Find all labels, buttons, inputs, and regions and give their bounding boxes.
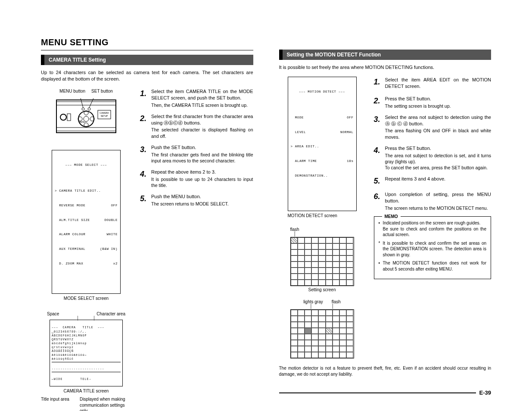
- disclaimer: The motion detector is not a feature to …: [279, 365, 492, 377]
- control-panel-icon: CAMERA SETUP MENU: [54, 95, 118, 138]
- svg-text:MENU: MENU: [79, 121, 85, 123]
- left-steps-column: 1. Select the item CAMERA TITLE on the M…: [140, 88, 253, 411]
- section-motion-detect: Setting the MOTION DETECT Function: [279, 50, 492, 60]
- page-left: MENU SETTING CAMERA TITLE Setting Up to …: [41, 37, 253, 411]
- label-title-input-area: Title input area: [41, 396, 71, 411]
- svg-point-15: [88, 108, 90, 110]
- caption-setting-screen: Setting screen: [279, 287, 365, 293]
- label-lights-gray: lights gray: [303, 299, 323, 305]
- step-1-right: 1. Select the item AREA EDIT on the MOTI…: [374, 77, 492, 90]
- title-rule: [41, 50, 253, 50]
- intro-right: It is possible to set freely the area wh…: [279, 64, 492, 71]
- step-2-left: 2. Select the first character from the c…: [140, 113, 253, 139]
- label-char-area: Character area: [96, 311, 125, 317]
- label-set-button: SET button: [91, 88, 113, 94]
- intro-left: Up to 24 characters can be selected as c…: [41, 69, 253, 82]
- step-4-left: 4. Repeat the above items 2 to 3.It is p…: [140, 169, 253, 188]
- memo-item-1: Indicated positions on the screen are ro…: [379, 220, 487, 238]
- right-steps-column: 1. Select the item AREA EDIT on the MOTI…: [374, 77, 492, 359]
- caption-mode-select: MODE SELECT screen: [41, 296, 131, 302]
- page-number-right: E-39: [479, 389, 491, 397]
- svg-point-3: [60, 114, 66, 120]
- label-space: Space: [47, 311, 59, 317]
- memo-box: MEMO Indicated positions on the screen a…: [374, 216, 492, 279]
- main-title: MENU SETTING: [41, 37, 253, 48]
- svg-point-5: [78, 111, 94, 127]
- left-figures-column: MENU button SET button CAMERA SETUP: [41, 88, 131, 411]
- memo-item-3: The MOTION DETECT function does not work…: [379, 260, 487, 272]
- page-right: Setting the MOTION DETECT Function It is…: [279, 37, 492, 411]
- step-3-right: 3. Select the area not subject to detect…: [374, 114, 492, 140]
- label-displayed-when: Displayed when making communication sett…: [80, 396, 131, 411]
- caption-motion-detect: MOTION DETECT screen: [279, 213, 365, 219]
- svg-rect-1: [56, 102, 116, 105]
- svg-text:SETUP: SETUP: [101, 115, 108, 117]
- step-3-left: 3. Push the SET button.The first charact…: [140, 144, 253, 164]
- setting-grid-1: [290, 237, 354, 286]
- label-menu-button: MENU button: [59, 88, 85, 94]
- step-2-right: 2. Press the SET button.The setting scre…: [374, 96, 492, 109]
- step-4-right: 4. Press the SET button.The area not sub…: [374, 145, 492, 171]
- caption-camera-title-screen: CAMERA TITLE screen: [41, 388, 131, 394]
- osd-mode-select: ––– MODE SELECT ––– > CAMERA TITLE EDIT.…: [52, 150, 121, 294]
- step-5-right: 5. Repeat items 3 and 4 above.: [374, 176, 492, 186]
- svg-rect-2: [56, 128, 116, 131]
- svg-rect-4: [67, 114, 71, 121]
- setting-grid-2: [290, 309, 354, 358]
- osd-camera-title: ––– CAMERA TITLE ––– ␣0123456789-:/,. AB…: [50, 320, 123, 386]
- label-flash-1: flash: [279, 227, 365, 233]
- step-1-left: 1. Select the item CAMERA TITLE on the M…: [140, 88, 253, 108]
- memo-item-2: It is possible to check and confirm the …: [379, 240, 487, 258]
- memo-title: MEMO: [382, 214, 401, 220]
- osd-motion-detect: ––– MOTION DETECT ––– MODEOFF LEVELNORMA…: [288, 77, 357, 211]
- svg-point-14: [82, 108, 84, 110]
- footer-right: E-39: [279, 389, 492, 397]
- step-5-left: 5. Push the MENU button.The screen retur…: [140, 193, 253, 207]
- step-6-right: 6. Upon completion of setting, press the…: [374, 191, 492, 211]
- section-camera-title: CAMERA TITLE Setting: [41, 55, 253, 65]
- svg-text:CAMERA: CAMERA: [100, 112, 109, 114]
- right-figures-column: ––– MOTION DETECT ––– MODEOFF LEVELNORMA…: [279, 77, 365, 359]
